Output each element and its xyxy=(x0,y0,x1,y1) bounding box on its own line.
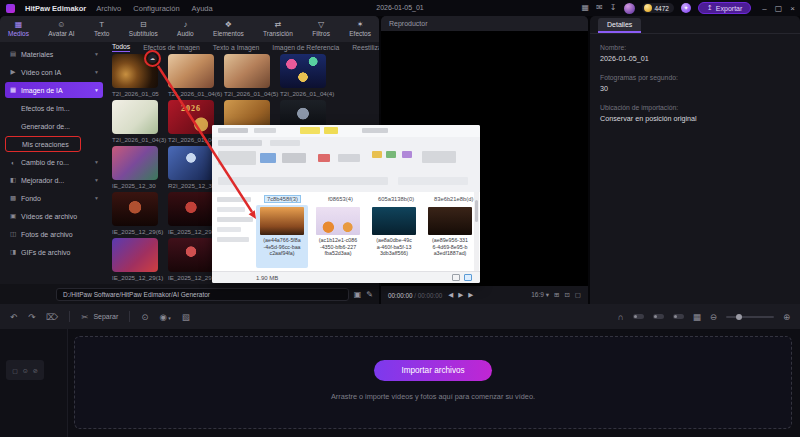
record-icon[interactable]: ◉ ▾ xyxy=(159,312,170,322)
filter-tab-imagen-referencia[interactable]: Imagen de Referencia xyxy=(272,44,339,51)
menu-archivo[interactable]: Archivo xyxy=(96,4,121,13)
next-frame-icon[interactable]: ▶ xyxy=(468,291,473,299)
file-thumbnail[interactable] xyxy=(260,207,304,235)
filter-tab-reestilizacion[interactable]: Reestilización de Imagen xyxy=(352,44,379,51)
media-item[interactable]: T2I_2026_01_04(5) xyxy=(224,54,270,97)
delete-icon[interactable]: ⌦ xyxy=(46,312,58,322)
sidebar-item-mis-creaciones[interactable]: Mis creaciones xyxy=(5,136,81,152)
folder-item[interactable]: 83e6b21e8b(d) xyxy=(434,196,473,202)
tab-subtitulos[interactable]: ⊟Subtítulos xyxy=(129,21,158,37)
download-icon[interactable]: ↧ xyxy=(610,4,617,12)
media-item[interactable]: T2I_2026_01_04(6) xyxy=(168,54,214,97)
crop-tool-icon[interactable]: ⊙ xyxy=(141,312,148,322)
media-item[interactable]: IE_2025_12_29 xyxy=(168,238,214,281)
sidebar-item-video-ia[interactable]: ▶Vídeo con IA▼ xyxy=(5,64,103,80)
media-item[interactable]: IE_2025_12_29(3) xyxy=(168,192,214,235)
picture-icon[interactable]: ▣ xyxy=(354,290,362,299)
folder-item[interactable]: f08653(4) xyxy=(328,196,353,202)
folder-item[interactable]: 605a3138b(0) xyxy=(378,196,414,202)
minimize-button[interactable]: – xyxy=(762,4,766,13)
media-item[interactable]: R2I_2025_12_30(1) xyxy=(168,146,214,189)
credits-pill[interactable]: 4472 xyxy=(642,3,674,13)
tab-elementos[interactable]: ❖Elementos xyxy=(213,21,244,37)
split-label[interactable]: Separar xyxy=(93,313,118,320)
zoom-out-icon[interactable]: ⊖ xyxy=(710,312,717,322)
sidebar-item-fondo[interactable]: ▩Fondo▼ xyxy=(5,190,103,206)
file-name[interactable]: (ae44a766-5f8a -4e5d-96cc-baa c2aaf94fa) xyxy=(256,237,308,257)
sidebar-item-materiales[interactable]: ▤Materiales▼ xyxy=(5,46,103,62)
file-explorer-window[interactable]: 7c8b458f(3) f08653(4) 605a3138b(0) 83e6b… xyxy=(212,125,480,283)
file-thumbnail[interactable] xyxy=(428,207,472,235)
media-item[interactable]: IE_2025_12_29(6) xyxy=(112,192,158,235)
file-name[interactable]: (ac1b12e1-c086 -4350-bfb6-227 fba52d3aa) xyxy=(312,237,364,257)
lock-icon[interactable]: ▢ xyxy=(12,367,18,374)
vip-icon[interactable]: ✦ xyxy=(681,3,691,13)
media-item[interactable]: 2026T2I_2026_01_04 xyxy=(168,100,214,143)
sidebar-item-cambio-rostro[interactable]: ◐Cambio de ro...▼ xyxy=(5,154,103,170)
sidebar-item-generador[interactable]: Generador de... xyxy=(5,118,103,134)
project-title: 2026-01-05_01 xyxy=(376,0,424,16)
filmstrip-icon[interactable]: ▦ xyxy=(693,312,701,322)
tab-texto[interactable]: TTexto xyxy=(94,21,110,37)
filter-tab-texto-imagen[interactable]: Texto a Imagen xyxy=(213,44,259,51)
menu-ayuda[interactable]: Ayuda xyxy=(192,4,213,13)
filter-tab-todos[interactable]: Todos xyxy=(112,43,130,52)
media-item[interactable]: T2I_2026_01_04(3) xyxy=(112,100,158,143)
preview-toggle[interactable] xyxy=(673,314,684,319)
magnet-icon[interactable]: ∩ xyxy=(618,312,624,322)
file-name[interactable]: (ae8a0dbe-49c a-460f-ba5f-13 3db3aff566) xyxy=(368,237,420,257)
tab-filtros[interactable]: ▽Filtros xyxy=(312,21,330,37)
sidebar-item-mejorador[interactable]: ◧Mejorador d...▼ xyxy=(5,172,103,188)
export-button[interactable]: ↥ Exportar xyxy=(698,2,751,14)
sidebar-item-efectos-imagen[interactable]: Efectos de Im... xyxy=(5,100,103,116)
redo-icon[interactable]: ↷ xyxy=(28,312,35,322)
mute-icon[interactable]: ⊙ xyxy=(23,367,28,374)
link-toggle[interactable] xyxy=(633,314,644,319)
sidebar-item-fotos-archivo[interactable]: ◫Fotos de archivo xyxy=(5,226,103,242)
scrollbar[interactable] xyxy=(474,192,479,271)
media-item[interactable]: T2I_2026_01_04(4) xyxy=(280,54,326,97)
aspect-ratio-select[interactable]: 16:9 ▾ xyxy=(531,291,549,299)
transition-icon: ⇄ xyxy=(275,21,282,29)
hide-icon[interactable]: ⊘ xyxy=(33,367,38,374)
layout-icon[interactable]: ▦ xyxy=(582,4,590,12)
feedback-icon[interactable]: ✉ xyxy=(596,4,603,12)
tab-efectos[interactable]: ✶Efectos xyxy=(349,21,371,37)
undo-icon[interactable]: ↶ xyxy=(10,312,17,322)
file-thumbnail[interactable] xyxy=(316,207,360,235)
timeline-drop-zone[interactable] xyxy=(74,336,792,429)
tab-audio[interactable]: ♪Audio xyxy=(177,21,194,37)
media-item[interactable]: IE_2025_12_29(1) xyxy=(112,238,158,281)
media-grid-icon: ▦ xyxy=(15,21,23,29)
snapshot-icon[interactable]: ⊡ xyxy=(564,291,569,299)
save-path-field[interactable]: D:/HitPaw Software/HitPaw Edimakor/AI Ge… xyxy=(56,288,349,301)
split-icon[interactable]: ✂ xyxy=(81,312,88,322)
crop-icon[interactable]: ⊞ xyxy=(554,291,559,299)
tab-medios[interactable]: ▦Medios xyxy=(8,21,29,37)
close-button[interactable]: × xyxy=(790,4,795,13)
restore-button[interactable]: ▢ xyxy=(775,4,783,13)
zoom-in-icon[interactable]: ⊕ xyxy=(783,312,790,322)
file-name[interactable]: (ae89e956-331 6-4d69-8e95-b a3edf1887ad) xyxy=(424,237,476,257)
fullscreen-icon[interactable]: ▢ xyxy=(575,291,581,299)
media-item[interactable]: IE_2025_12_30 xyxy=(112,146,158,189)
tab-transicion[interactable]: ⇄Transición xyxy=(263,21,293,37)
tab-avatar-ai[interactable]: ☺Avatar AI xyxy=(48,21,74,37)
sidebar-item-gifs-archivo[interactable]: ◨GIFs de archivo xyxy=(5,244,103,260)
avatar[interactable] xyxy=(624,3,635,14)
file-thumbnail[interactable] xyxy=(372,207,416,235)
thumbnail-view-icon[interactable] xyxy=(464,274,472,281)
tab-detalles[interactable]: Detalles xyxy=(598,18,641,33)
snap-toggle[interactable] xyxy=(653,314,664,319)
edit-pen-icon[interactable]: ✎ xyxy=(366,290,373,299)
play-icon[interactable]: ▶ xyxy=(458,291,463,299)
timeline-zoom-slider[interactable] xyxy=(726,316,774,318)
menu-configuracion[interactable]: Configuración xyxy=(133,4,179,13)
sidebar-item-videos-archivo[interactable]: ▣Vídeos de archivo xyxy=(5,208,103,224)
sidebar-item-imagen-ia[interactable]: ▦Imagen de IA▼ xyxy=(5,82,103,98)
list-view-icon[interactable] xyxy=(452,274,460,281)
mask-icon[interactable]: ▧ xyxy=(182,312,190,322)
folder-item[interactable]: 7c8b458f(3) xyxy=(264,195,301,203)
import-files-button[interactable]: Importar archivos xyxy=(374,360,492,381)
previous-frame-icon[interactable]: ◀ xyxy=(448,291,453,299)
